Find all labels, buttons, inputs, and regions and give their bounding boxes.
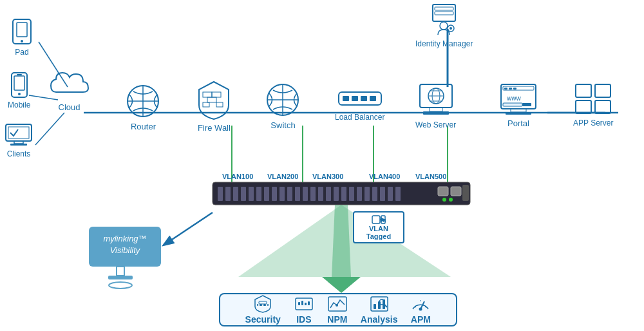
svg-rect-21 — [303, 187, 308, 201]
pad-label: Pad — [15, 48, 28, 57]
svg-rect-73 — [435, 12, 453, 15]
svg-text:www: www — [506, 95, 521, 102]
svg-point-76 — [450, 27, 452, 30]
svg-rect-72 — [435, 7, 453, 10]
svg-point-36 — [442, 198, 446, 202]
webserver-node: Web Server — [415, 82, 456, 129]
svg-line-42 — [164, 213, 213, 245]
svg-rect-29 — [365, 187, 370, 201]
svg-rect-68 — [352, 96, 358, 101]
svg-rect-20 — [295, 187, 300, 201]
svg-rect-119 — [374, 304, 376, 309]
webserver-label: Web Server — [415, 120, 456, 129]
switch-node: Switch — [265, 82, 301, 130]
cloud-label: Cloud — [59, 102, 80, 112]
vlan500-label: VLAN500 — [415, 173, 446, 180]
svg-rect-96 — [595, 84, 611, 97]
vlan200-label: VLAN200 — [267, 173, 298, 180]
svg-marker-40 — [332, 205, 351, 277]
svg-rect-11 — [225, 187, 231, 201]
svg-rect-98 — [595, 100, 611, 113]
svg-rect-99 — [372, 216, 380, 223]
identity-manager-label: Identity Manager — [415, 39, 473, 48]
clients-label: Clients — [7, 149, 31, 158]
svg-rect-19 — [287, 187, 292, 201]
portal-label: Portal — [507, 118, 529, 128]
svg-rect-103 — [117, 267, 124, 276]
svg-rect-27 — [349, 187, 354, 201]
loadbalancer-node: Load Balancer — [335, 87, 384, 122]
apm-item: APM — [410, 295, 431, 325]
svg-line-3 — [35, 113, 64, 145]
svg-point-46 — [21, 40, 23, 43]
svg-rect-95 — [576, 84, 591, 97]
svg-rect-58 — [203, 92, 212, 97]
svg-rect-18 — [279, 187, 285, 201]
svg-rect-48 — [14, 76, 24, 90]
vlan-tagged-box: B VLAN Tagged — [353, 211, 404, 243]
router-node: Router — [126, 84, 161, 131]
svg-rect-32 — [388, 187, 393, 201]
svg-rect-30 — [372, 187, 377, 201]
svg-rect-70 — [370, 96, 376, 101]
svg-rect-114 — [305, 303, 307, 305]
svg-rect-112 — [298, 302, 300, 305]
svg-rect-26 — [341, 187, 346, 201]
ids-item: IDS — [294, 295, 314, 325]
apm-label: APM — [411, 314, 431, 325]
npm-item: NPM — [327, 295, 348, 325]
svg-rect-115 — [308, 301, 310, 305]
portal-node: www Portal — [499, 82, 538, 128]
bottom-tools-box: Security IDS NPM — [219, 293, 457, 326]
monitor-icon — [105, 267, 145, 290]
svg-rect-23 — [318, 187, 323, 201]
vlan100-label: VLAN100 — [222, 173, 253, 180]
cloud-node: Cloud — [48, 68, 90, 112]
svg-rect-13 — [241, 187, 246, 201]
npm-label: NPM — [327, 314, 347, 325]
mylinking-box: mylinking™ Visibility — [89, 227, 161, 267]
svg-rect-88 — [509, 88, 512, 90]
security-item: Security — [245, 295, 281, 325]
svg-rect-28 — [357, 187, 362, 201]
svg-point-37 — [449, 198, 453, 202]
svg-marker-41 — [322, 277, 361, 293]
appserver-label: APP Server — [573, 118, 613, 128]
svg-rect-62 — [216, 102, 223, 107]
vlan300-label: VLAN300 — [312, 173, 343, 180]
clients-node: Clients — [5, 124, 32, 158]
svg-rect-38 — [462, 185, 469, 201]
vlan-tagged-label: VLAN Tagged — [366, 225, 391, 240]
ids-label: IDS — [296, 314, 311, 325]
svg-rect-67 — [343, 96, 349, 101]
svg-text:B: B — [383, 218, 386, 223]
svg-rect-15 — [256, 187, 261, 201]
svg-point-117 — [336, 304, 338, 307]
mobile-label: Mobile — [8, 100, 30, 109]
svg-rect-91 — [503, 103, 522, 106]
identity-manager-node: Identity Manager — [415, 1, 473, 48]
svg-rect-110 — [259, 301, 267, 304]
svg-point-74 — [440, 22, 448, 30]
svg-rect-92 — [522, 103, 531, 106]
firewall-label: Fire Wall — [198, 123, 231, 133]
svg-rect-59 — [212, 92, 221, 97]
svg-rect-86 — [503, 86, 534, 90]
svg-rect-94 — [506, 112, 531, 115]
svg-rect-104 — [108, 276, 133, 279]
network-diagram: Pad Mobile Clients Cloud — [0, 0, 644, 331]
svg-rect-31 — [380, 187, 385, 201]
appserver-node: APP Server — [573, 82, 613, 128]
svg-rect-22 — [310, 187, 316, 201]
firewall-node: Fire Wall — [196, 80, 232, 133]
svg-rect-25 — [334, 187, 339, 201]
svg-rect-10 — [218, 187, 223, 201]
svg-rect-69 — [361, 96, 367, 101]
svg-rect-52 — [8, 127, 29, 138]
svg-point-49 — [18, 93, 21, 95]
svg-rect-89 — [513, 88, 516, 90]
loadbalancer-label: Load Balancer — [335, 113, 384, 122]
svg-rect-111 — [296, 298, 312, 310]
mobile-node: Mobile — [8, 72, 30, 109]
svg-rect-45 — [17, 23, 27, 37]
